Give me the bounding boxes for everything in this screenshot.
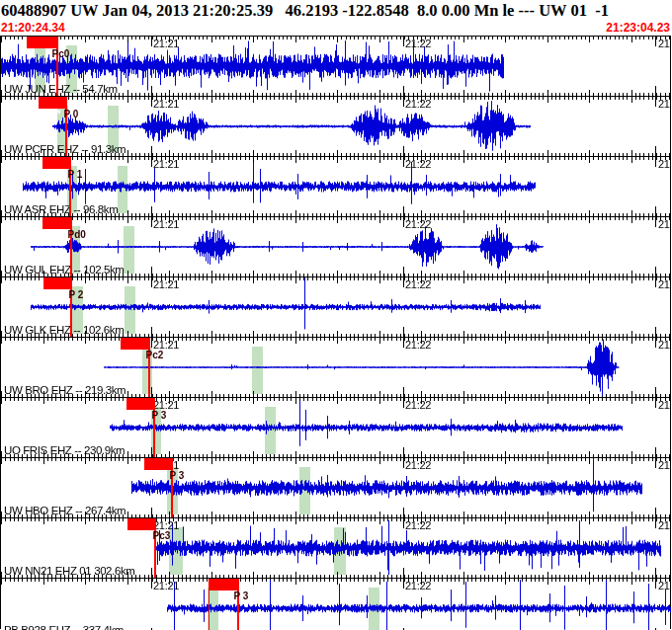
p-pick-flag[interactable]: *P 1 [42, 157, 70, 169]
time-label: 21 [658, 38, 670, 49]
time-label: 21:22 [405, 399, 431, 411]
station-label: UO FRIS EHZ -- 230.9km [4, 444, 125, 456]
p-pick-flag[interactable]: *Pc2 [121, 338, 149, 350]
trace-row: 21:21 21:22 21 *Pd0 UW GUL EHZ -- 102.5k… [1, 216, 671, 276]
pick-star-icon: * [145, 410, 149, 421]
p-pick-flag[interactable]: *Pd0 [42, 217, 71, 229]
time-label: 21:22 [405, 278, 431, 290]
trace-row: 21:21 21:22 21 *P 3 UW HBO EHZ -- 267.4k… [1, 457, 671, 517]
pick-star-icon: * [61, 229, 65, 240]
pick-flag-label: P 3 [152, 410, 167, 421]
station-label: UW GUL EHZ -- 102.5km [4, 264, 125, 276]
pick-flag-label: P 3 [170, 470, 185, 481]
p-pick-flag[interactable]: *Pc0 [27, 37, 57, 48]
time-label: 21 [658, 158, 670, 170]
trace-row: 21:21 21:22 21 *Pc2 UW BRO EHZ -- 219.3k… [1, 337, 671, 397]
pick-star-icon: * [62, 289, 66, 300]
time-label: 21:21 [153, 278, 179, 290]
time-window-bar: 21:20:24.34 21:23:04.23 [1, 21, 671, 36]
station-label: UW GLK EHZ -- 102.6km [4, 324, 124, 336]
station-label: UW JUN EHZ -- 54.7km [4, 83, 118, 95]
waveform-canvas[interactable] [1, 579, 671, 630]
time-label: 21 [658, 580, 670, 591]
pick-star-icon: * [61, 169, 65, 180]
seismic-picker-window: 60488907 UW Jan 04, 2013 21:20:25.39 46.… [0, 0, 672, 630]
time-label: 21 [658, 339, 670, 351]
time-label: 21:22 [405, 580, 431, 591]
p-pick-flag[interactable]: *P 3 [126, 398, 154, 410]
pick-star-icon: * [146, 530, 150, 541]
pick-star-icon: * [139, 350, 143, 360]
window-end-time: 21:23:04.23 [606, 21, 670, 36]
pick-flag-label: Pc2 [146, 350, 164, 360]
trace-row: 21:21 21:22 21 *Pc3 UW NN21 EHZ 01 302.6… [1, 517, 671, 578]
time-label: 21:21 [153, 38, 179, 49]
p-pick-flag[interactable]: *P 0 [39, 97, 66, 109]
trace-list: 21:21 21:22 21 *Pc0 UW JUN EHZ -- 54.7km… [0, 36, 671, 629]
time-label: 21 [658, 218, 670, 230]
time-label: 21 [658, 519, 670, 531]
time-label: 21:22 [405, 519, 431, 531]
time-label: 21:22 [405, 38, 431, 49]
station-label: UW BRO EHZ -- 219.3km [4, 384, 126, 396]
trace-row: 21:21 21:22 21 *Pc0 UW JUN EHZ -- 54.7km [1, 36, 671, 96]
pick-flag-label: P 0 [64, 109, 79, 119]
station-label: UW HBO EHZ -- 267.4km [4, 505, 126, 516]
event-header: 60488907 UW Jan 04, 2013 21:20:25.39 46.… [1, 0, 672, 21]
time-label: 21:22 [405, 339, 431, 351]
pick-flag-label: Pc0 [52, 48, 70, 59]
secondary-pick-line[interactable] [209, 590, 210, 630]
time-label: 21:22 [405, 98, 431, 110]
time-label: 21:21 [153, 218, 179, 230]
time-label: 21 [658, 278, 670, 290]
p-pick-flag[interactable]: *P 2 [43, 277, 71, 289]
p-pick-flag[interactable]: *Pc3 [127, 518, 155, 530]
p-pick-flag[interactable]: *P 3 [144, 458, 172, 470]
time-label: 21 [658, 98, 670, 110]
pick-star-icon: * [57, 109, 61, 119]
trace-row: 21:21 21:22 21 *P 3 PB B928 EHZ -- 337.4… [1, 578, 671, 630]
pick-flag-label: P 2 [69, 289, 84, 300]
pick-flag-label: Pd0 [68, 229, 86, 240]
trace-row: 21:21 21:22 21 *P 3 UO FRIS EHZ -- 230.9… [1, 397, 671, 457]
trace-row: 21:21 21:22 21 *P 0 UW PCFR EHZ -- 91.3k… [1, 96, 671, 156]
time-label: 21:22 [405, 218, 431, 230]
station-label: PB B928 EHZ -- 337.4km [4, 624, 124, 630]
station-label: UW ASR EHZ -- 96.8km [4, 203, 118, 215]
station-label: UW NN21 EHZ 01 302.6km [4, 565, 134, 577]
pick-star-icon: * [227, 591, 231, 601]
time-label: 21:22 [405, 459, 431, 471]
trace-row: 21:21 21:22 21 *P 1 UW ASR EHZ -- 96.8km [1, 156, 671, 216]
p-pick-flag[interactable]: *P 3 [209, 579, 238, 591]
trace-row: 21:21 21:22 21 *P 2 UW GLK EHZ -- 102.6k… [1, 276, 671, 337]
pick-flag-label: Pc3 [153, 530, 171, 541]
time-label: 21:21 [153, 158, 179, 170]
pick-star-icon: * [163, 470, 167, 481]
window-start-time: 21:20:24.34 [1, 21, 65, 36]
time-label: 21:22 [405, 158, 431, 170]
pick-flag-label: P 3 [234, 591, 249, 601]
time-label: 21 [658, 459, 670, 471]
time-label: 21 [658, 399, 670, 411]
pick-flag-label: P 1 [68, 169, 83, 180]
time-label: 21:21 [153, 580, 179, 591]
time-label: 21:21 [153, 98, 179, 110]
pick-star-icon: * [45, 48, 49, 59]
